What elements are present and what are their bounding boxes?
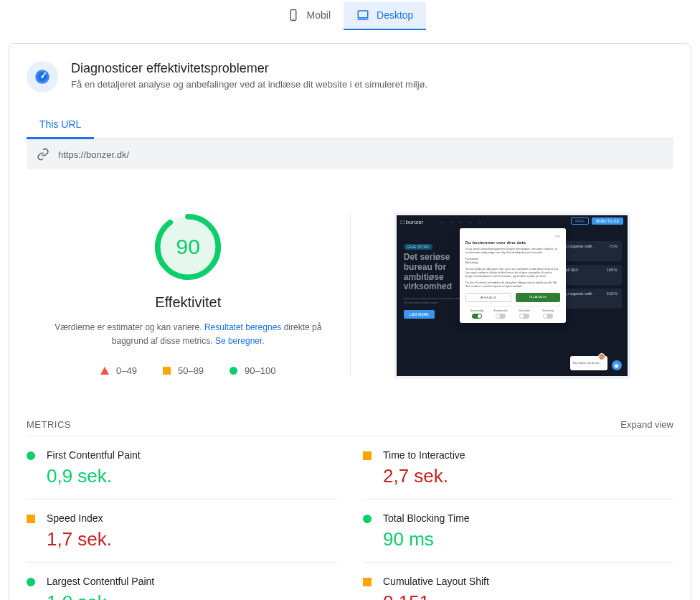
legend-avg: 50–89 <box>163 365 204 376</box>
diagnose-header: Diagnosticer effektivitetsproblemer Få e… <box>27 61 673 93</box>
legend-fail: 0–49 <box>100 365 137 376</box>
svg-rect-2 <box>358 11 368 18</box>
metric-value: 1,0 sek. <box>47 591 154 600</box>
metric-row: Total Blocking Time 90 ms <box>363 500 673 563</box>
metric-name: Speed Index <box>47 512 112 524</box>
metric-name: Largest Contentful Paint <box>47 576 154 587</box>
metric-value: 90 ms <box>383 528 470 550</box>
diagnose-title: Diagnosticer effektivitetsproblemer <box>71 61 427 76</box>
cookie-dialog: cmp Du bestemmer over dine data Vi og vo… <box>460 228 566 323</box>
url-text: https://bonzer.dk/ <box>58 149 129 160</box>
link-see-calc[interactable]: Se beregner. <box>215 336 265 346</box>
score-label: Effektivitet <box>155 294 221 311</box>
metric-row: First Contentful Paint 0,9 sek. <box>27 436 337 500</box>
url-bar: https://bonzer.dk/ <box>27 139 673 169</box>
tab-mobile-label: Mobil <box>307 9 331 21</box>
svg-point-6 <box>41 75 43 78</box>
metrics-heading: METRICS <box>27 419 71 430</box>
tab-this-url[interactable]: This URL <box>27 111 94 139</box>
metric-row: Cumulative Layout Shift 0,151 <box>363 563 673 600</box>
mobile-icon <box>287 9 300 22</box>
metric-name: Cumulative Layout Shift <box>383 576 489 587</box>
diagnose-subtitle: Få en detaljeret analyse og anbefalinger… <box>71 79 427 90</box>
score-column: 90 Effektivitet Værdierne er estimater o… <box>27 212 351 376</box>
tab-mobile[interactable]: Mobil <box>274 1 344 30</box>
square-icon <box>363 451 372 460</box>
circle-icon <box>27 578 35 586</box>
square-icon <box>363 578 372 586</box>
circle-icon <box>363 515 372 523</box>
score-description: Værdierne er estimater og kan variere. R… <box>52 321 324 348</box>
metric-row: Time to Interactive 2,7 sek. <box>363 436 673 500</box>
gauge-icon <box>27 61 58 93</box>
chat-widget: Hej coolcat, hvis du har... <box>570 356 607 370</box>
metric-row: Speed Index 1,7 sek. <box>27 500 337 563</box>
square-icon <box>27 515 35 523</box>
fab-icon: ◉ <box>612 360 622 370</box>
metric-value: 2,7 sek. <box>383 465 465 487</box>
square-icon <box>163 367 171 375</box>
desktop-icon <box>356 9 369 22</box>
metric-name: First Contentful Paint <box>47 449 141 461</box>
metrics-grid: First Contentful Paint 0,9 sek. Time to … <box>27 436 673 600</box>
score-value: 90 <box>153 212 222 281</box>
legend-good: 90–100 <box>230 365 275 376</box>
tab-desktop-label: Desktop <box>377 9 413 21</box>
url-tabs: This URL <box>27 111 673 139</box>
tab-desktop[interactable]: Desktop <box>344 1 426 30</box>
device-tabs: Mobil Desktop <box>0 0 700 30</box>
expand-view-link[interactable]: Expand view <box>620 419 673 430</box>
triangle-icon <box>100 367 109 375</box>
metric-value: 1,7 sek. <box>47 528 112 550</box>
metric-value: 0,151 <box>383 591 489 600</box>
link-result-calc[interactable]: Resultatet beregnes <box>204 322 281 332</box>
score-legend: 0–49 50–89 90–100 <box>100 365 275 376</box>
metric-row: Largest Contentful Paint 1,0 sek. <box>27 563 337 600</box>
score-gauge: 90 <box>153 212 222 281</box>
metric-value: 0,9 sek. <box>47 465 141 487</box>
link-icon <box>37 148 49 161</box>
report-card: Diagnosticer effektivitetsproblemer Få e… <box>9 43 691 600</box>
circle-icon <box>27 451 35 460</box>
page-screenshot: □ bonzer ————— RING SKRIV TIL OS CASE ST… <box>394 212 630 379</box>
metric-name: Total Blocking Time <box>383 512 470 524</box>
circle-icon <box>230 367 237 375</box>
metric-name: Time to Interactive <box>383 449 465 461</box>
